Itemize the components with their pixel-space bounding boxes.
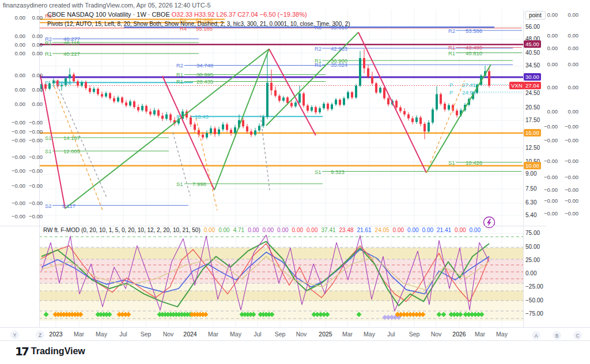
price-tick[interactable]: 5.40 bbox=[525, 212, 536, 218]
left-script-value: −0.00 bbox=[29, 183, 43, 189]
indicator-tick[interactable]: 75.00 bbox=[525, 230, 540, 236]
time-axis-label[interactable]: Jul bbox=[254, 331, 261, 338]
indicator-value: 37.41 bbox=[321, 227, 335, 233]
time-axis-label[interactable]: May bbox=[496, 331, 508, 338]
time-axis-label[interactable]: Jul bbox=[387, 331, 395, 338]
price-tick[interactable]: 34.50 bbox=[525, 62, 540, 69]
pivot-value: 42.963 bbox=[331, 46, 347, 52]
time-axis-label[interactable]: Nov bbox=[431, 331, 442, 338]
time-axis-label[interactable]: Jul bbox=[119, 331, 127, 338]
time-axis-label[interactable]: Mar bbox=[475, 331, 485, 338]
ohlc-o: O32.33 bbox=[172, 11, 194, 18]
right-script-value: 0.00 bbox=[547, 45, 558, 51]
annotation-button-a[interactable]: A bbox=[532, 331, 540, 340]
symbol-legend[interactable]: CBOE NASDAQ 100 Volatility · 1W · CBOE O… bbox=[47, 11, 307, 18]
price-tick[interactable]: 24.50 bbox=[525, 90, 540, 96]
annotation-button-b[interactable]: B bbox=[553, 331, 561, 340]
time-axis-label[interactable]: Nov bbox=[163, 331, 174, 338]
left-script-value: −0.00 bbox=[29, 119, 43, 126]
left-script-value: −0.00 bbox=[12, 137, 25, 143]
price-tick[interactable]: 17.50 bbox=[525, 117, 540, 123]
left-script-value: −0.00 bbox=[12, 213, 25, 219]
indicator-value: 0.00 bbox=[307, 227, 317, 233]
time-axis-label[interactable]: 2026 bbox=[452, 331, 466, 338]
indicator-value: 0.00 bbox=[248, 227, 259, 233]
timeframe-button-z[interactable]: Z bbox=[36, 331, 44, 339]
right-script-value: 0.00 bbox=[568, 32, 579, 39]
price-tick[interactable]: 12.50 bbox=[525, 145, 540, 151]
price-level-badge: 10.00 bbox=[524, 162, 541, 169]
price-tick[interactable]: 56.00 bbox=[525, 24, 540, 30]
price-level-badge: 45.00 bbox=[524, 40, 541, 48]
right-script-value: −0.00 bbox=[544, 123, 558, 130]
indicator-value: 0.00 bbox=[407, 227, 418, 233]
right-script-value: −0.00 bbox=[565, 137, 578, 143]
pivot-label: S1 bbox=[176, 181, 183, 187]
indicator-value: 4.71 bbox=[233, 227, 244, 233]
pivot-value: 53.586 bbox=[466, 28, 482, 34]
right-script-value: −0.00 bbox=[544, 210, 558, 217]
left-script-value: −0.00 bbox=[29, 137, 43, 143]
time-axis-label[interactable]: Mar bbox=[342, 331, 353, 338]
time-axis-label[interactable]: Sep bbox=[409, 331, 420, 338]
price-tick[interactable]: 9.00 bbox=[525, 170, 536, 177]
price-tick[interactable]: 20.50 bbox=[525, 104, 540, 111]
indicator-tick[interactable]: 50.00 bbox=[525, 244, 540, 250]
pivot-label: R1 bbox=[176, 78, 183, 85]
pivot-value: 30.995 bbox=[196, 71, 213, 78]
pivot-label: S1 bbox=[45, 148, 52, 154]
price-tick[interactable]: 40.50 bbox=[525, 50, 540, 56]
price-tick[interactable]: 6.30 bbox=[525, 199, 536, 206]
pivot-value: 28.435 bbox=[196, 78, 213, 85]
time-axis-label[interactable]: May bbox=[230, 331, 241, 338]
left-script-value: 0.00 bbox=[32, 33, 43, 39]
time-axis-divider bbox=[0, 327, 590, 328]
time-axis-label[interactable]: Sep bbox=[275, 331, 286, 338]
pivot-value: 34.748 bbox=[196, 62, 213, 69]
left-script-value: 0.00 bbox=[32, 50, 43, 56]
pivot-label: P bbox=[449, 82, 453, 88]
annotation-button-c[interactable]: C bbox=[573, 331, 582, 340]
indicator-tick[interactable]: −50.00 bbox=[525, 297, 543, 304]
pivot-label: R1 bbox=[315, 62, 322, 68]
time-axis-label[interactable]: Mar bbox=[74, 331, 84, 338]
timeframe-button-y[interactable]: Y bbox=[10, 331, 19, 339]
time-axis-label[interactable]: 2025 bbox=[319, 331, 332, 338]
time-axis-label[interactable]: Sep bbox=[141, 331, 152, 338]
left-script-value: −0.00 bbox=[29, 128, 43, 135]
right-script-value: 0.00 bbox=[547, 108, 558, 115]
indicator-tick[interactable]: 25.00 bbox=[525, 257, 540, 263]
indicator-tick[interactable]: −75.00 bbox=[525, 310, 543, 317]
tradingview-logo[interactable]: 17 TradingView bbox=[15, 344, 85, 358]
pane-divider[interactable] bbox=[0, 226, 546, 226]
indicator-values: 0.000.004.710.000.000.000.000.0037.4123.… bbox=[204, 227, 484, 233]
time-axis-label[interactable]: May bbox=[96, 331, 107, 338]
indicator-value: 0.00 bbox=[277, 227, 288, 233]
time-axis-label[interactable]: May bbox=[364, 331, 375, 338]
right-script-value: −0.00 bbox=[565, 187, 578, 193]
indicator-title: RW ft. F-MOD (0, 20, 10, 1, 5, 0, 20, 10… bbox=[43, 227, 201, 233]
left-script-value: −0.00 bbox=[29, 213, 43, 219]
time-axis-label[interactable]: Nov bbox=[296, 331, 307, 338]
indicator-value: 21.41 bbox=[437, 227, 451, 233]
chart-canvas[interactable] bbox=[0, 0, 590, 364]
time-axis-label[interactable]: 2023 bbox=[49, 331, 62, 338]
right-script-value: −0.00 bbox=[565, 123, 578, 130]
right-script-value: 0.00 bbox=[568, 61, 579, 67]
pivot-value: 12.005 bbox=[63, 148, 80, 154]
indicator-tick[interactable]: −25.00 bbox=[525, 283, 543, 290]
ohlc-values: O32.33 H33.92 L26.37 C27.04 bbox=[172, 11, 260, 18]
pivot-value: 6.117 bbox=[62, 203, 75, 209]
time-axis-label[interactable]: 2024 bbox=[183, 331, 196, 338]
left-script-value: 0.00 bbox=[15, 86, 26, 93]
pivots-indicator-legend[interactable]: Pivots (12, AUTO, 15, Left, 8, 20, Show … bbox=[47, 21, 350, 27]
price-unit-chip[interactable]: point bbox=[525, 11, 546, 20]
indicator-value: 0.00 bbox=[393, 227, 404, 233]
price-tick[interactable]: 7.50 bbox=[525, 185, 536, 192]
lower-indicator-legend[interactable]: RW ft. F-MOD (0, 20, 10, 1, 5, 0, 20, 10… bbox=[43, 227, 487, 233]
indicator-tick[interactable]: 0.00 bbox=[525, 270, 536, 276]
time-axis-label[interactable]: Mar bbox=[208, 331, 218, 338]
right-script-value: −0.00 bbox=[565, 198, 578, 204]
ohlc-h: H33.92 bbox=[194, 11, 217, 18]
left-script-value: −0.00 bbox=[12, 183, 25, 189]
